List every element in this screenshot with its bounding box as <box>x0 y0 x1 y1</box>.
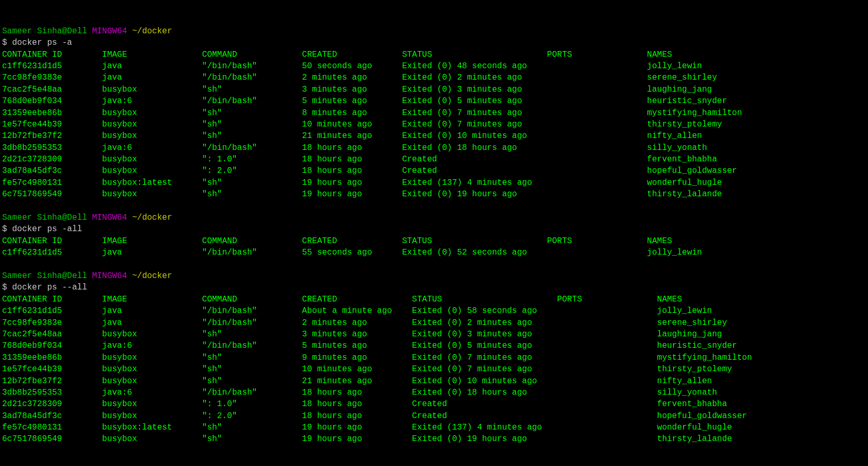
terminal-output[interactable]: Sameer Sinha@Dell MINGW64 ~/docker $ doc… <box>2 26 866 445</box>
